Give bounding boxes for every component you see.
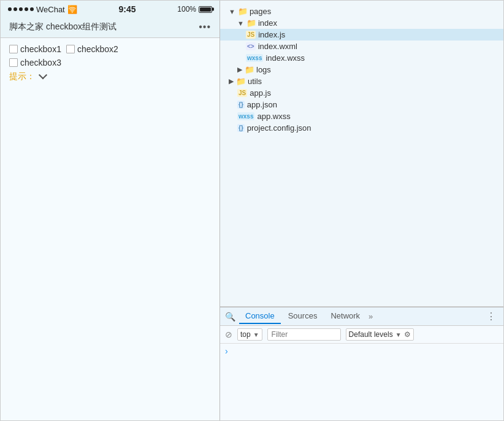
inspect-icon: 🔍 <box>225 312 235 322</box>
checkbox-item-3[interactable]: checkbox3 <box>9 58 61 68</box>
folder-icon-utils: 📁 <box>236 77 246 86</box>
tab-network[interactable]: Network <box>324 309 366 324</box>
badge-json-projectconfig: {} <box>237 124 245 132</box>
chevron-down-icon: ▼ <box>253 331 259 338</box>
folder-icon-pages: 📁 <box>238 7 248 16</box>
right-panel: ▼ 📁 pages ▼ 📁 index JS index.js <> index… <box>220 1 503 420</box>
tree-label-index-wxss: index.wxss <box>265 53 305 63</box>
tab-console[interactable]: Console <box>239 309 281 324</box>
badge-wxss-indexwxss: wxss <box>246 54 263 62</box>
default-levels-label: Default levels <box>349 330 393 339</box>
checkbox-row-2: checkbox3 <box>9 58 211 68</box>
phone-panel: WeChat 🛜 9:45 100% 脚本之家 checkbox组件测试 •••… <box>1 1 220 421</box>
console-tabs: 🔍 Console Sources Network » ⋮ <box>220 307 503 326</box>
folder-icon-logs: 📁 <box>245 65 254 74</box>
arrow-utils: ▶ <box>229 77 234 85</box>
badge-js-indexjs: JS <box>246 31 256 39</box>
prompt-arrow-icon: › <box>225 346 228 356</box>
checkbox-label-3: checkbox3 <box>20 58 61 68</box>
top-label: top <box>240 330 251 339</box>
folder-icon-index: 📁 <box>246 18 256 28</box>
tree-item-utils[interactable]: ▶ 📁 utils <box>220 75 503 87</box>
console-more-button[interactable]: ⋮ <box>484 309 498 323</box>
tree-label-project-config: project.config.json <box>247 123 311 133</box>
tree-label-logs: logs <box>256 65 271 74</box>
tree-item-app-js[interactable]: JS app.js <box>220 87 503 99</box>
top-select[interactable]: top ▼ <box>237 328 262 341</box>
phone-body: checkbox1 checkbox2 checkbox3 提示： <box>1 38 220 421</box>
tree-label-app-wxss: app.wxss <box>257 112 290 121</box>
arrow-pages: ▼ <box>229 8 235 15</box>
phone-header-title: 脚本之家 checkbox组件测试 <box>9 21 116 33</box>
checkbox-label-1: checkbox1 <box>20 44 61 54</box>
status-left: WeChat 🛜 <box>8 5 77 14</box>
battery-pct: 100% <box>177 5 196 14</box>
console-area: 🔍 Console Sources Network » ⋮ ⊘ top ▼ De… <box>220 307 503 420</box>
gear-icon[interactable]: ⚙ <box>404 330 411 339</box>
tree-label-index-js: index.js <box>258 30 285 39</box>
checkbox-box-2[interactable] <box>66 45 75 53</box>
wechat-label: WeChat <box>36 5 65 14</box>
default-levels-select[interactable]: Default levels ▼ ⚙ <box>346 328 414 341</box>
tree-label-pages: pages <box>250 7 271 16</box>
tree-item-project-config[interactable]: {} project.config.json <box>220 122 503 134</box>
console-tab-actions: ⋮ <box>484 309 498 323</box>
tree-label-utils: utils <box>248 77 262 86</box>
no-entry-icon[interactable]: ⊘ <box>225 330 232 339</box>
tab-sources[interactable]: Sources <box>282 309 324 324</box>
hint-text: 提示： <box>9 71 211 82</box>
badge-json-appjson: {} <box>237 101 245 109</box>
checkbox-item-2[interactable]: checkbox2 <box>66 44 118 54</box>
tab-more-icon[interactable]: » <box>368 312 373 321</box>
tree-label-index-wxml: index.wxml <box>258 42 297 51</box>
checkbox-item-1[interactable]: checkbox1 <box>9 44 61 54</box>
status-time: 9:45 <box>119 4 136 14</box>
tree-label-app-js: app.js <box>250 88 271 98</box>
checkbox-box-3[interactable] <box>9 58 18 67</box>
badge-xml-indexwxml: <> <box>246 42 256 50</box>
checkbox-label-2: checkbox2 <box>77 44 118 54</box>
tree-item-app-wxss[interactable]: wxss app.wxss <box>220 110 503 122</box>
battery-icon <box>199 6 212 13</box>
badge-js-appjs: JS <box>237 89 247 97</box>
arrow-index: ▼ <box>237 20 244 27</box>
tree-item-index-wxss[interactable]: wxss index.wxss <box>220 52 503 64</box>
badge-wxss-appwxss: wxss <box>237 112 254 120</box>
tree-item-index-wxml[interactable]: <> index.wxml <box>220 41 503 52</box>
arrow-logs: ▶ <box>237 66 242 74</box>
phone-header: 脚本之家 checkbox组件测试 ••• <box>1 18 220 38</box>
console-body: › <box>220 344 503 420</box>
levels-chevron-icon: ▼ <box>395 331 402 338</box>
header-more-icon[interactable]: ••• <box>199 21 211 33</box>
signal-dots <box>8 7 34 11</box>
tree-item-pages[interactable]: ▼ 📁 pages <box>220 6 503 17</box>
checkbox-box-1[interactable] <box>9 45 18 53</box>
file-tree: ▼ 📁 pages ▼ 📁 index JS index.js <> index… <box>220 1 503 307</box>
status-right: 100% <box>177 5 212 14</box>
checkbox-row-1: checkbox1 checkbox2 <box>9 44 211 54</box>
console-toolbar: ⊘ top ▼ Default levels ▼ ⚙ <box>220 326 503 344</box>
tree-item-index-js[interactable]: JS index.js <box>220 29 503 41</box>
console-prompt: › <box>225 346 498 356</box>
tree-label-index: index <box>258 18 277 28</box>
filter-input[interactable] <box>267 328 341 341</box>
tree-item-app-json[interactable]: {} app.json <box>220 99 503 110</box>
tree-item-index[interactable]: ▼ 📁 index <box>220 17 503 29</box>
wifi-icon: 🛜 <box>67 5 77 14</box>
cursor-icon <box>39 71 47 79</box>
tree-label-app-json: app.json <box>247 100 277 109</box>
tree-item-logs[interactable]: ▶ 📁 logs <box>220 64 503 75</box>
phone-status-bar: WeChat 🛜 9:45 100% <box>1 1 220 18</box>
